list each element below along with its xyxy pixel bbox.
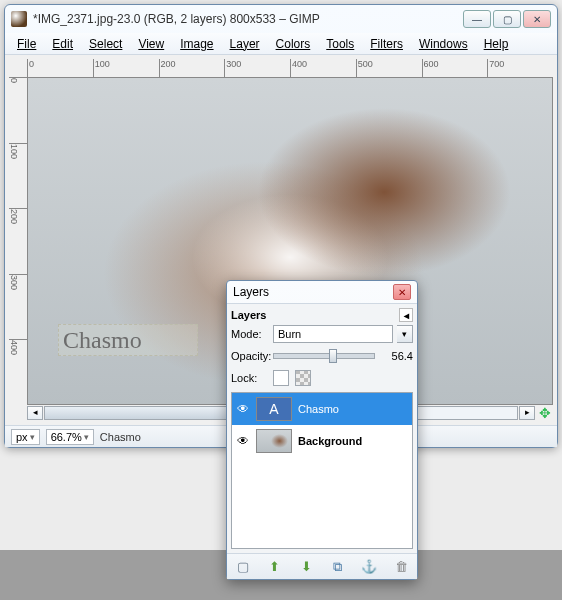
- watermark-text: Chasmo: [63, 327, 142, 354]
- anchor-layer-button[interactable]: ⚓: [360, 558, 378, 576]
- menu-colors[interactable]: Colors: [268, 35, 319, 53]
- visibility-toggle-icon[interactable]: 👁: [236, 434, 250, 448]
- horizontal-ruler: 0 100 200 300 400 500 600 700: [27, 59, 553, 77]
- layers-dialog-titlebar[interactable]: Layers ✕: [227, 281, 417, 303]
- units-combo[interactable]: px: [11, 429, 40, 445]
- layer-name-label: Chasmo: [298, 403, 339, 415]
- layer-name-label: Background: [298, 435, 362, 447]
- scroll-left-button[interactable]: ◂: [27, 406, 43, 420]
- layers-dialog-title: Layers: [233, 285, 393, 299]
- layers-panel-label: Layers: [231, 309, 266, 321]
- menu-help[interactable]: Help: [476, 35, 517, 53]
- lock-label: Lock:: [231, 372, 269, 384]
- vertical-ruler: 0 100 200 300 400: [9, 77, 27, 405]
- active-layer-label: Chasmo: [100, 431, 141, 443]
- delete-layer-button[interactable]: 🗑: [392, 558, 410, 576]
- mode-select[interactable]: Burn: [273, 325, 393, 343]
- menubar: File Edit Select View Image Layer Colors…: [5, 33, 557, 55]
- layer-list: 👁 A Chasmo 👁 Background: [231, 392, 413, 549]
- layer-item-background[interactable]: 👁 Background: [232, 425, 412, 457]
- lower-layer-button[interactable]: ⬇: [297, 558, 315, 576]
- menu-tools[interactable]: Tools: [318, 35, 362, 53]
- window-title: *IMG_2371.jpg-23.0 (RGB, 2 layers) 800x5…: [33, 12, 463, 26]
- opacity-slider[interactable]: [273, 353, 375, 359]
- menu-image[interactable]: Image: [172, 35, 221, 53]
- menu-windows[interactable]: Windows: [411, 35, 476, 53]
- menu-file[interactable]: File: [9, 35, 44, 53]
- opacity-slider-knob[interactable]: [329, 349, 337, 363]
- menu-filters[interactable]: Filters: [362, 35, 411, 53]
- raise-layer-button[interactable]: ⬆: [265, 558, 283, 576]
- visibility-toggle-icon[interactable]: 👁: [236, 402, 250, 416]
- duplicate-layer-button[interactable]: ⧉: [329, 558, 347, 576]
- lock-alpha-toggle[interactable]: [295, 370, 311, 386]
- zoom-combo[interactable]: 66.7%: [46, 429, 94, 445]
- text-layer-selection[interactable]: Chasmo: [58, 324, 198, 356]
- text-layer-thumbnail-icon: A: [256, 397, 292, 421]
- mode-dropdown-button[interactable]: ▾: [397, 325, 413, 343]
- new-layer-button[interactable]: ▢: [234, 558, 252, 576]
- menu-view[interactable]: View: [130, 35, 172, 53]
- layers-panel-menu-button[interactable]: ◂: [399, 308, 413, 322]
- gimp-wilber-icon: [11, 11, 27, 27]
- mode-label: Mode:: [231, 328, 269, 340]
- minimize-button[interactable]: —: [463, 10, 491, 28]
- navigate-icon[interactable]: ✥: [537, 405, 553, 421]
- image-layer-thumbnail-icon: [256, 429, 292, 453]
- close-button[interactable]: ✕: [523, 10, 551, 28]
- layer-item-chasmo[interactable]: 👁 A Chasmo: [232, 393, 412, 425]
- menu-layer[interactable]: Layer: [222, 35, 268, 53]
- layers-dialog[interactable]: Layers ✕ Layers ◂ Mode: Burn ▾ Opacity: …: [226, 280, 418, 580]
- scroll-right-button[interactable]: ▸: [519, 406, 535, 420]
- menu-edit[interactable]: Edit: [44, 35, 81, 53]
- layers-dialog-close-button[interactable]: ✕: [393, 284, 411, 300]
- lock-pixels-toggle[interactable]: [273, 370, 289, 386]
- titlebar[interactable]: *IMG_2371.jpg-23.0 (RGB, 2 layers) 800x5…: [5, 5, 557, 33]
- menu-select[interactable]: Select: [81, 35, 130, 53]
- maximize-button[interactable]: ▢: [493, 10, 521, 28]
- opacity-label: Opacity:: [231, 350, 269, 362]
- opacity-value: 56.4: [379, 350, 413, 362]
- layers-toolbar: ▢ ⬆ ⬇ ⧉ ⚓ 🗑: [227, 553, 417, 579]
